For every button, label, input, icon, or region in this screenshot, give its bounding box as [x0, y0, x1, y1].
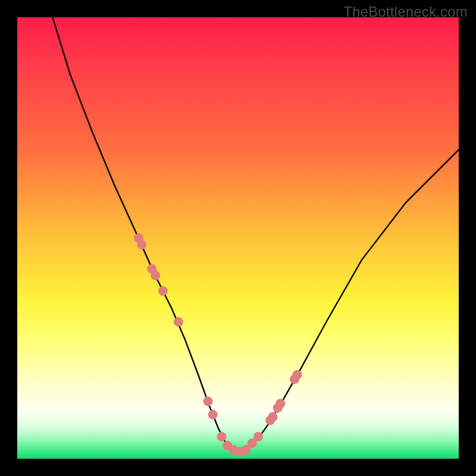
marker-point — [158, 286, 168, 296]
marker-point — [174, 317, 183, 327]
marker-point — [137, 240, 146, 249]
chart-stage: TheBottleneck.com — [0, 0, 476, 476]
plot-area — [17, 17, 459, 459]
marker-point — [268, 412, 278, 422]
marker-group — [134, 233, 302, 456]
bottleneck-curve — [52, 17, 459, 452]
marker-point — [217, 432, 227, 441]
marker-point — [253, 432, 263, 441]
marker-point — [292, 370, 302, 380]
marker-point — [203, 397, 213, 406]
curve-layer — [17, 17, 459, 459]
marker-point — [208, 410, 218, 419]
watermark-text: TheBottleneck.com — [343, 4, 468, 20]
marker-point — [151, 271, 160, 280]
marker-point — [275, 399, 285, 408]
